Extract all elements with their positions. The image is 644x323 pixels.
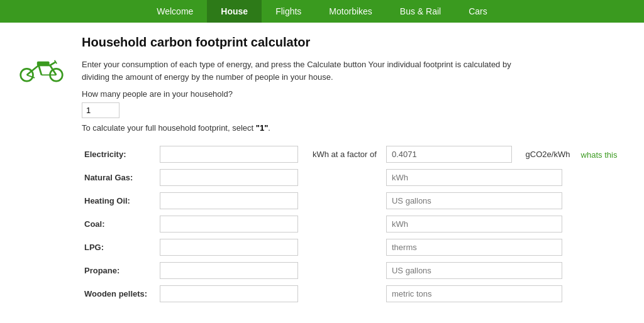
nav-house[interactable]: House — [207, 0, 262, 23]
factor-label: kWh at a factor of — [310, 143, 384, 166]
wooden-pellets-row: Wooden pellets: — [82, 282, 623, 305]
whats-this-link[interactable]: whats this — [579, 150, 618, 160]
gcoe-label: gCO2e/kWh — [523, 143, 576, 166]
lpg-row: LPG: — [82, 236, 623, 259]
lpg-input[interactable] — [160, 239, 298, 256]
main-nav: Welcome House Flights Motorbikes Bus & R… — [0, 0, 644, 23]
wooden-pellets-input[interactable] — [160, 285, 298, 302]
coal-row: Coal: — [82, 212, 623, 236]
electricity-input[interactable] — [160, 146, 298, 163]
nav-welcome[interactable]: Welcome — [143, 0, 207, 23]
page-title: Household carbon footprint calculator — [82, 35, 623, 50]
propane-label: Propane: — [82, 259, 157, 282]
electricity-row: Electricity: kWh at a factor of gCO2e/kW… — [82, 143, 623, 166]
natural-gas-label: Natural Gas: — [82, 166, 157, 189]
nav-bus-rail[interactable]: Bus & Rail — [386, 0, 455, 23]
select-hint: To calculate your full household footpri… — [82, 123, 623, 133]
heating-oil-label: Heating Oil: — [82, 189, 157, 212]
nav-flights[interactable]: Flights — [262, 0, 315, 23]
svg-rect-7 — [37, 62, 50, 66]
lpg-label: LPG: — [82, 236, 157, 259]
svg-line-5 — [39, 65, 42, 75]
coal-label: Coal: — [82, 212, 157, 236]
heating-oil-row: Heating Oil: — [82, 189, 623, 212]
motorcycle-icon — [19, 54, 64, 82]
natural-gas-row: Natural Gas: — [82, 166, 623, 189]
nav-motorbikes[interactable]: Motorbikes — [315, 0, 386, 23]
svg-line-8 — [50, 62, 56, 65]
propane-input[interactable] — [160, 262, 298, 279]
nav-cars[interactable]: Cars — [455, 0, 501, 23]
lpg-unit — [386, 239, 562, 256]
wooden-pellets-label: Wooden pellets: — [82, 282, 157, 305]
coal-unit — [386, 216, 562, 233]
factor-input[interactable] — [386, 146, 512, 163]
natural-gas-input[interactable] — [160, 169, 298, 186]
propane-row: Propane: — [82, 259, 623, 282]
household-question: How many people are in your household? — [82, 89, 623, 99]
electricity-label: Electricity: — [82, 143, 157, 166]
page-description: Enter your consumption of each type of e… — [82, 58, 535, 83]
logo-area — [19, 54, 64, 84]
energy-table: Electricity: kWh at a factor of gCO2e/kW… — [82, 143, 623, 305]
main-content: Household carbon footprint calculator En… — [75, 23, 641, 323]
natural-gas-unit — [386, 169, 562, 186]
propane-unit — [386, 262, 562, 279]
wooden-pellets-unit — [386, 285, 562, 302]
coal-input[interactable] — [160, 216, 298, 233]
heating-oil-unit — [386, 192, 562, 209]
heating-oil-input[interactable] — [160, 192, 298, 209]
household-input[interactable] — [82, 102, 119, 118]
